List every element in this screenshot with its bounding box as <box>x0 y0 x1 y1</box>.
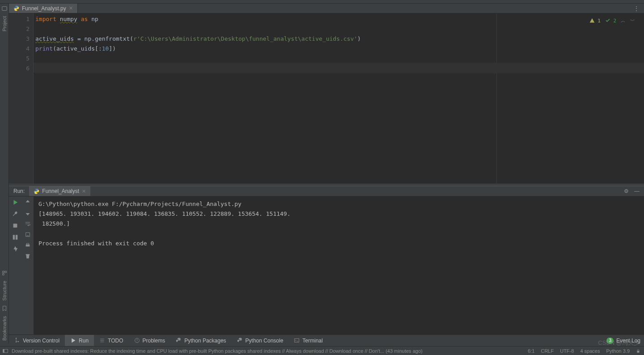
code-area[interactable]: import numpy as np active_uids = np.genf… <box>34 13 644 184</box>
status-bar: Download pre-built shared indexes: Reduc… <box>0 346 644 355</box>
stop-icon[interactable] <box>12 222 18 229</box>
terminal-button[interactable]: Terminal <box>288 335 328 346</box>
svg-point-8 <box>18 341 19 342</box>
structure-icon <box>1 270 8 276</box>
event-log-badge: 3 <box>606 338 614 344</box>
status-message[interactable]: Download pre-built shared indexes: Reduc… <box>12 348 423 354</box>
svg-rect-4 <box>25 244 30 246</box>
run-tab-funnel-analyst[interactable]: Funnel_Analyst ✕ <box>29 186 90 196</box>
svg-point-7 <box>16 342 17 342</box>
gutter: 1 2 3 4 5 6 <box>9 13 34 184</box>
more-icon[interactable]: ⋮ <box>629 4 644 13</box>
svg-rect-3 <box>16 235 17 240</box>
vcs-button[interactable]: Version Control <box>9 335 65 346</box>
run-panel: G:\Python\python.exe F:/Pycharm/Projects… <box>9 197 644 334</box>
sidebar-structure[interactable]: Structure <box>2 278 7 304</box>
close-icon[interactable]: ✕ <box>69 5 73 11</box>
console-output[interactable]: G:\Python\python.exe F:/Pycharm/Projects… <box>34 197 644 334</box>
svg-rect-10 <box>295 338 299 342</box>
bookmarks-icon <box>1 305 8 312</box>
up-icon[interactable] <box>25 199 31 205</box>
svg-rect-12 <box>3 349 4 353</box>
problems-button[interactable]: Problems <box>129 335 171 346</box>
rerun-icon[interactable] <box>12 199 18 205</box>
python-console-button[interactable]: Python Console <box>232 335 289 346</box>
svg-rect-13 <box>637 351 640 352</box>
sidebar-project[interactable]: Project <box>2 13 7 34</box>
run-left-toolbar <box>9 197 21 334</box>
svg-point-6 <box>16 338 17 338</box>
encoding[interactable]: UTF-8 <box>560 348 574 354</box>
gear-icon[interactable]: ⚙ <box>624 188 629 194</box>
caret-position[interactable]: 6:1 <box>528 348 534 354</box>
code-editor[interactable]: 1 2 3 4 5 6 import numpy as np active_ui… <box>9 13 644 184</box>
print-icon[interactable] <box>25 242 31 248</box>
tool-window-icon[interactable] <box>3 348 8 354</box>
run-label: Run: <box>9 188 29 194</box>
svg-rect-1 <box>13 224 17 228</box>
bottom-tool-bar: Version Control Run TODO Problems Python… <box>9 334 644 346</box>
run-button[interactable]: Run <box>65 335 94 346</box>
svg-rect-5 <box>26 244 29 245</box>
close-icon[interactable]: ✕ <box>82 188 86 194</box>
packages-button[interactable]: Python Packages <box>170 335 231 346</box>
todo-button[interactable]: TODO <box>94 335 128 346</box>
python-icon <box>34 188 39 194</box>
interpreter[interactable]: Python 3.9 <box>606 348 630 354</box>
python-icon <box>13 5 19 11</box>
lock-icon[interactable] <box>636 349 640 353</box>
pin-icon[interactable] <box>12 246 18 252</box>
layout-icon[interactable] <box>12 234 18 240</box>
run-panel-header: Run: Funnel_Analyst ✕ ⚙ — <box>9 186 644 197</box>
minimize-icon[interactable]: — <box>634 188 640 194</box>
line-separator[interactable]: CRLF <box>541 348 554 354</box>
run-tab-label: Funnel_Analyst <box>42 188 79 194</box>
run-mid-toolbar <box>21 197 34 334</box>
trash-icon[interactable] <box>25 253 31 259</box>
svg-rect-2 <box>13 235 15 240</box>
editor-tab-bar: Funnel_Analyst.py ✕ ⋮ <box>9 4 644 13</box>
sidebar-bookmarks[interactable]: Bookmarks <box>2 313 7 343</box>
project-icon <box>1 5 8 12</box>
indent[interactable]: 4 spaces <box>580 348 600 354</box>
soft-wrap-icon[interactable] <box>25 221 31 227</box>
scroll-end-icon[interactable] <box>25 231 31 238</box>
left-tool-stripe: Project Structure Bookmarks <box>0 4 9 343</box>
event-log-button[interactable]: Event Log <box>616 338 640 344</box>
editor-tab-label: Funnel_Analyst.py <box>22 5 66 12</box>
down-icon[interactable] <box>25 210 31 216</box>
editor-tab-funnel-analyst[interactable]: Funnel_Analyst.py ✕ <box>9 4 78 13</box>
wrench-icon[interactable] <box>12 211 18 217</box>
svg-rect-0 <box>2 7 7 11</box>
